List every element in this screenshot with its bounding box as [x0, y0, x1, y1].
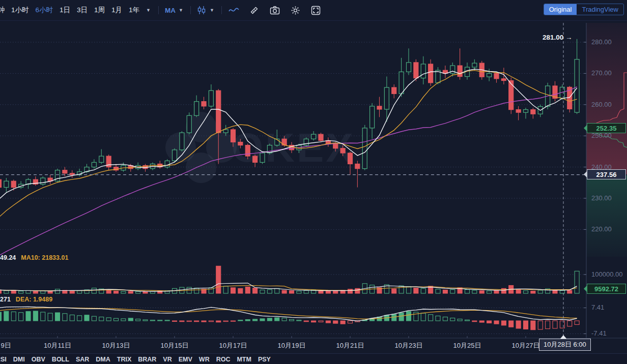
volume-ma10-value: MA10: 21833.01: [21, 254, 68, 261]
ma-label: MA: [165, 7, 176, 14]
timeframe-dropdown-caret-icon[interactable]: ▼: [146, 8, 151, 13]
indicator-tab-wr[interactable]: WR: [199, 356, 210, 363]
chart-type-caret-icon: ▼: [210, 8, 214, 13]
ruler-icon: [249, 6, 259, 15]
indicator-tab-brar[interactable]: BRAR: [138, 356, 156, 363]
timeframe-4[interactable]: 1日: [60, 6, 70, 15]
indicator-tab-bar: RSIDMIOBVBOLLSARDMATRIXBRARVREMVWRROCMTM…: [0, 353, 627, 364]
date-axis-label: 10月15日: [161, 341, 189, 350]
indicator-tab-obv[interactable]: OBV: [32, 356, 45, 363]
timeframe-7[interactable]: 1月: [111, 6, 122, 15]
volume-ma5-value: 49.24: [0, 254, 16, 261]
indicator-tab-vr[interactable]: VR: [163, 356, 172, 363]
macd-pane-label: 271DEA: 1.9489: [0, 296, 52, 303]
chart-type-dropdown[interactable]: ▼: [197, 6, 214, 15]
crosshair-price-tag: 237.56: [587, 169, 626, 179]
timeframe-6[interactable]: 1周: [94, 6, 105, 15]
line-chart-button[interactable]: [228, 6, 239, 15]
toolbar-divider: [158, 6, 159, 14]
indicator-tab-roc[interactable]: ROC: [216, 356, 231, 363]
indicator-tab-dmi[interactable]: DMI: [13, 356, 25, 363]
okex-watermark: OKEX: [165, 112, 355, 183]
view-toggle-tradingview[interactable]: TradingView: [577, 4, 623, 15]
view-toggle-original[interactable]: Original: [544, 4, 577, 15]
settings-icon: [291, 6, 300, 15]
main-chart[interactable]: OKEX: [0, 20, 627, 364]
date-axis-label: 10月21日: [336, 341, 364, 350]
fullscreen-icon: [311, 6, 321, 15]
indicator-tab-emv[interactable]: EMV: [179, 356, 192, 363]
drawing-tools-button[interactable]: [249, 6, 259, 15]
date-axis-label: 10月25日: [453, 341, 481, 350]
line-chart-icon: [228, 6, 239, 15]
timeframe-8[interactable]: 1年: [129, 6, 139, 15]
view-toggle: Original TradingView: [544, 4, 624, 15]
date-axis-label: 10月11日: [44, 341, 71, 350]
last-price-tag: 252.35: [587, 123, 626, 133]
date-axis-label: 10月17日: [219, 341, 247, 350]
current-volume-tag: 9592.72: [587, 284, 626, 294]
timeframe-1[interactable]: 分钟: [0, 6, 5, 15]
date-axis-label: 10月13日: [102, 341, 130, 350]
timeframe-2[interactable]: 1小时: [11, 6, 29, 15]
toolbar-divider: [221, 6, 222, 14]
settings-button[interactable]: [291, 6, 300, 15]
volume-pane-label: 49.24MA10: 21833.01: [0, 254, 68, 261]
ma-indicator-dropdown[interactable]: MA ▼: [165, 7, 183, 14]
date-axis-label: 10月9日: [0, 341, 11, 350]
macd-dea-value: DEA: 1.9489: [16, 296, 52, 303]
indicator-tab-psy[interactable]: PSY: [258, 356, 271, 363]
timeframe-5[interactable]: 3日: [77, 6, 88, 15]
crosshair-date-tooltip: 10月28日 6:00: [539, 339, 591, 351]
toolbar: 分钟1小时6小时1日3日1周1月1年 ▼ MA ▼ ▼: [0, 0, 627, 21]
high-price-annotation: 281.00 →: [543, 34, 573, 41]
ma-caret-icon: ▼: [179, 8, 183, 13]
indicator-tab-sar[interactable]: SAR: [76, 356, 89, 363]
macd-dif-value: 271: [0, 296, 11, 303]
screenshot-button[interactable]: [270, 6, 280, 15]
date-axis-label: 10月23日: [395, 341, 423, 350]
indicator-tab-dma[interactable]: DMA: [96, 356, 110, 363]
fullscreen-button[interactable]: [311, 6, 321, 15]
indicator-tab-trix[interactable]: TRIX: [117, 356, 131, 363]
date-axis-label: 10月27日: [512, 341, 540, 350]
timeframe-group: 分钟1小时6小时1日3日1周1月1年: [0, 6, 146, 15]
chart-type-candle-icon: [197, 6, 206, 15]
crosshair-axis-arrow-icon: [560, 335, 566, 339]
indicator-tab-rsi[interactable]: RSI: [0, 356, 7, 363]
trading-app: 分钟1小时6小时1日3日1周1月1年 ▼ MA ▼ ▼: [0, 0, 627, 364]
date-axis-label: 10月19日: [278, 341, 306, 350]
candles-layer: [0, 39, 579, 194]
indicator-tab-boll[interactable]: BOLL: [52, 356, 69, 363]
toolbar-divider: [190, 6, 191, 14]
camera-icon: [270, 6, 280, 15]
macd-layer: [0, 311, 579, 330]
indicator-tab-mtm[interactable]: MTM: [237, 356, 251, 363]
timeframe-3[interactable]: 6小时: [36, 6, 53, 15]
